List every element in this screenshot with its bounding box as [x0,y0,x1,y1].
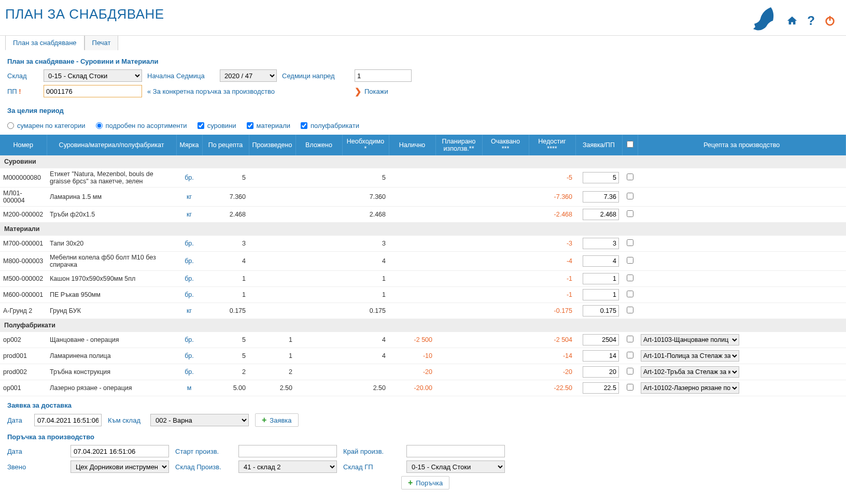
logo-bird-icon [750,6,777,35]
uom-cell[interactable]: бр. [176,168,202,188]
prod-end-input[interactable] [406,445,505,457]
shortage-cell: -7.360 [529,188,575,207]
row-checkbox[interactable] [627,193,633,199]
prod-gpwh-select[interactable]: 0-15 - Склад Стоки [406,460,505,473]
help-icon[interactable]: ? [807,13,815,28]
order-input[interactable] [583,273,619,284]
uom-cell[interactable]: м [176,380,202,396]
show-button[interactable]: ❯ Покажи [355,87,412,96]
row-checkbox[interactable] [627,384,633,391]
shortage-cell: -20 [529,364,575,380]
recipe-cell: 4 [202,252,249,271]
order-input[interactable] [583,289,619,300]
uom-cell[interactable]: бр. [176,271,202,287]
row-checkbox[interactable] [627,174,633,180]
planned-cell [435,252,482,271]
order-input[interactable] [583,191,619,203]
used-cell [295,287,342,303]
row-checkbox[interactable] [627,275,633,281]
opt-raw[interactable]: суровини [198,122,236,129]
recipe-select[interactable]: Art-101-Полица за Стелаж за [641,350,739,362]
select-all-checkbox[interactable] [627,141,633,148]
recipe-select-cell: Art-101-Полица за Стелаж за [638,348,846,364]
production-order-button[interactable]: +Поръчка [401,476,449,489]
tab-print[interactable]: Печат [84,35,119,50]
used-cell [295,236,342,252]
opt-detailed[interactable]: подробен по асортименти [96,122,187,129]
needed-cell: 1 [342,287,389,303]
shortage-cell: -2 504 [529,332,575,348]
shortage-cell: -2.468 [529,207,575,223]
warehouse-select[interactable]: 0-15 - Склад Стоки [44,69,142,82]
opt-semi[interactable]: полуфабрикати [301,122,359,129]
recipe-cell: 2 [202,364,249,380]
delivery-date-input[interactable] [34,414,102,426]
needed-cell: 3 [342,236,389,252]
used-cell [295,168,342,188]
uom-cell[interactable]: бр. [176,348,202,364]
row-checkbox[interactable] [627,210,633,217]
check-cell [622,236,638,252]
prod-start-input[interactable] [238,445,337,457]
prod-pwh-select[interactable]: 41 - склад 2 [238,460,337,473]
row-checkbox[interactable] [627,336,633,342]
row-checkbox[interactable] [627,257,633,264]
row-checkbox[interactable] [627,307,633,313]
tab-supply-plan[interactable]: План за снабдяване [5,35,84,50]
uom-cell[interactable]: бр. [176,332,202,348]
recipe-select[interactable]: Art-10102-Лазерно рязане по [641,382,739,394]
order-input[interactable] [583,238,619,249]
order-input[interactable] [583,366,619,378]
uom-cell[interactable]: кг [176,303,202,319]
warehouse-label: Склад [7,72,38,80]
uom-cell[interactable]: бр. [176,236,202,252]
home-icon[interactable] [786,15,798,26]
order-input[interactable] [583,255,619,267]
needed-cell: 1 [342,271,389,287]
order-input[interactable] [583,334,619,345]
col-header [622,135,638,155]
recipe-cell: 1 [202,287,249,303]
check-cell [622,168,638,188]
prod-end-label: Край произв. [343,448,400,455]
row-checkbox[interactable] [627,239,633,246]
pp-input[interactable] [44,85,142,97]
startweek-select[interactable]: 2020 / 47 [220,69,277,82]
opt-summary[interactable]: сумарен по категории [7,122,86,129]
order-input[interactable] [583,209,619,220]
recipe-select-cell [638,207,846,223]
order-input[interactable] [583,305,619,316]
col-header: Произведено [249,135,295,155]
order-cell [575,332,622,348]
prod-date-input[interactable] [70,445,169,457]
row-checkbox[interactable] [627,291,633,297]
prod-unit-select[interactable]: Цех Дорникови инструменти [70,460,169,473]
recipe-cell: 5.00 [202,380,249,396]
weeksahead-input[interactable] [355,69,412,82]
prod-gpwh-label: Склад ГП [343,463,400,471]
order-cell [575,207,622,223]
row-checkbox[interactable] [627,368,633,375]
uom-cell[interactable]: бр. [176,364,202,380]
delivery-request-button[interactable]: +Заявка [255,413,299,427]
expected-cell [482,168,529,188]
supply-grid: НомерСуровина/материал/полуфабрикатМярка… [0,135,846,396]
delivery-towh-select[interactable]: 002 - Варна [150,414,249,426]
opt-materials[interactable]: материали [247,122,291,129]
uom-cell[interactable]: бр. [176,287,202,303]
expected-cell [482,287,529,303]
expected-cell [482,348,529,364]
uom-cell[interactable]: кг [176,188,202,207]
plus-icon: + [408,478,413,487]
order-input[interactable] [583,172,619,183]
uom-cell[interactable]: кг [176,207,202,223]
power-icon[interactable] [824,15,836,26]
order-cell [575,348,622,364]
order-input[interactable] [583,350,619,362]
order-input[interactable] [583,382,619,394]
recipe-select[interactable]: Art-10103-Щанцоване полиц [641,334,739,345]
uom-cell[interactable]: бр. [176,252,202,271]
needed-cell: 7.360 [342,188,389,207]
recipe-select[interactable]: Art-102-Тръба за Стелаж за к [641,366,739,378]
row-checkbox[interactable] [627,352,633,358]
